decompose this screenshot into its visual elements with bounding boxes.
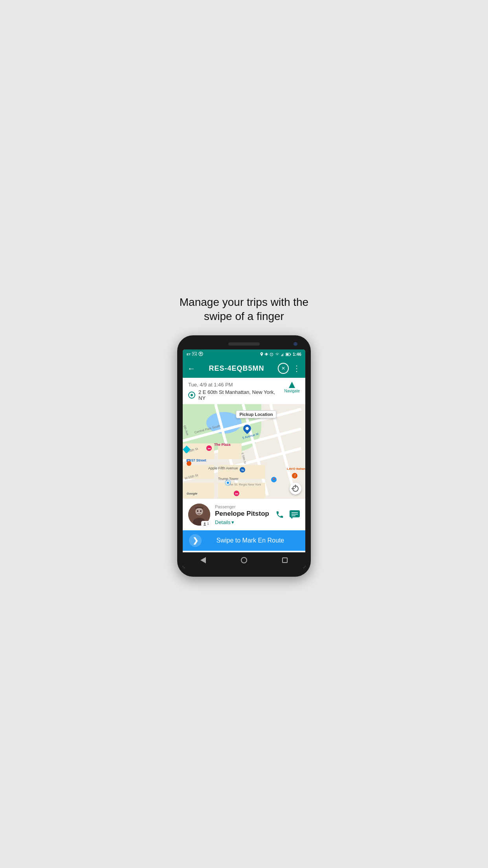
et-icon: ET xyxy=(187,353,191,356)
crosshair-icon xyxy=(292,485,299,492)
swipe-label: Swipe to Mark En Route xyxy=(202,537,299,544)
map-pin xyxy=(243,425,251,432)
upload-icon xyxy=(198,351,203,357)
alarm-status-icon xyxy=(270,352,273,356)
close-button[interactable]: ✕ xyxy=(278,363,289,374)
page-wrapper: Manage your trips with the swipe of a fi… xyxy=(163,283,325,585)
bottom-nav xyxy=(183,552,305,568)
back-button[interactable]: ← xyxy=(187,364,195,373)
phone-camera xyxy=(294,342,297,346)
home-nav-icon xyxy=(241,557,247,563)
svg-rect-10 xyxy=(290,354,291,355)
details-button[interactable]: Details ▾ xyxy=(215,519,271,525)
svg-rect-7 xyxy=(282,354,283,356)
recent-nav-icon xyxy=(282,557,288,563)
svg-rect-8 xyxy=(283,353,284,357)
navigate-arrow-icon xyxy=(289,382,295,388)
back-nav-icon xyxy=(200,557,206,563)
trip-datetime: Tue, 4/9 at 1:46 PM xyxy=(188,382,281,388)
svg-point-3 xyxy=(261,353,262,354)
passenger-section: 1 Passenger Penelope Pitstop Details ▾ xyxy=(183,498,305,530)
swipe-en-route-button[interactable]: ❯ Swipe to Mark En Route xyxy=(183,530,305,551)
location-icon xyxy=(188,392,195,399)
google-watermark: Google xyxy=(187,492,198,495)
navigate-button[interactable]: Navigate xyxy=(284,382,300,393)
nav-home-button[interactable] xyxy=(233,555,255,565)
wifi-status-icon xyxy=(275,353,279,356)
signal-status-icon xyxy=(281,352,284,356)
svg-point-1 xyxy=(193,353,194,355)
trip-details: Tue, 4/9 at 1:46 PM 2 E 60th St Manhatta… xyxy=(188,382,281,401)
trip-info-section: Tue, 4/9 at 1:46 PM 2 E 60th St Manhatta… xyxy=(183,378,305,404)
status-time: 1:46 xyxy=(293,352,301,357)
phone-screen: ET 1:46 xyxy=(183,349,305,568)
svg-point-18 xyxy=(204,522,205,524)
nav-back-button[interactable] xyxy=(193,555,214,565)
location-status-icon xyxy=(260,352,263,356)
battery-status-icon xyxy=(286,353,291,356)
map-section[interactable]: Pickup Location Central Park South W 58t… xyxy=(183,404,305,498)
apple-fifth-label: Apple Fifth Avenue xyxy=(208,466,238,470)
svg-rect-6 xyxy=(281,355,282,357)
phone-device: ET 1:46 xyxy=(177,335,311,577)
st-regis-label: The St. Regis New York xyxy=(228,483,261,486)
avatar-wrapper: 1 xyxy=(188,504,210,526)
passenger-count: 1 xyxy=(207,522,209,526)
avatar-badge: 1 xyxy=(201,521,211,526)
block-5 xyxy=(183,483,214,498)
pin-inner xyxy=(245,427,249,431)
svg-rect-19 xyxy=(290,510,300,517)
location-icon-inner xyxy=(191,394,193,396)
nav-recent-button[interactable] xyxy=(274,556,295,565)
svg-rect-11 xyxy=(286,353,288,355)
passenger-info: Passenger Penelope Pitstop Details ▾ xyxy=(215,504,271,525)
status-left-icons: ET xyxy=(187,351,203,357)
lavo-label: LAVO Italian xyxy=(287,467,305,471)
svg-point-16 xyxy=(197,510,198,512)
headline: Manage your trips with the swipe of a fi… xyxy=(163,295,325,324)
image-icon xyxy=(192,352,197,357)
trip-address-row: 2 E 60th St Manhattan, New York, NY xyxy=(188,389,281,401)
svg-rect-0 xyxy=(192,352,197,356)
passenger-actions xyxy=(275,510,300,519)
message-button[interactable] xyxy=(290,510,300,519)
reservation-id: RES-4EQB5MN xyxy=(199,364,274,373)
status-bar: ET 1:46 xyxy=(183,349,305,359)
pickup-location-label: Pickup Location xyxy=(236,410,276,418)
passenger-label: Passenger xyxy=(215,504,271,509)
status-right-icons: 1:46 xyxy=(260,352,301,357)
more-button[interactable]: ⋮ xyxy=(293,364,301,373)
phone-top-bar xyxy=(183,342,305,346)
pin-body xyxy=(242,423,253,434)
phone-speaker xyxy=(228,342,260,346)
phone-button[interactable] xyxy=(275,510,284,519)
trump-tower-label: Trump Tower xyxy=(218,477,238,481)
navigate-label: Navigate xyxy=(284,389,300,393)
swipe-arrow-circle: ❯ xyxy=(189,534,202,547)
plaza-label: The Plaza xyxy=(214,443,231,447)
svg-rect-4 xyxy=(266,353,267,356)
app-bar: ← RES-4EQB5MN ✕ ⋮ xyxy=(183,359,305,378)
vibrate-status-icon xyxy=(265,352,268,356)
svg-point-17 xyxy=(200,510,202,512)
passenger-name: Penelope Pitstop xyxy=(215,510,271,518)
swipe-chevron-icon: ❯ xyxy=(193,536,198,545)
trip-address: 2 E 60th St Manhattan, New York, NY xyxy=(198,389,281,401)
